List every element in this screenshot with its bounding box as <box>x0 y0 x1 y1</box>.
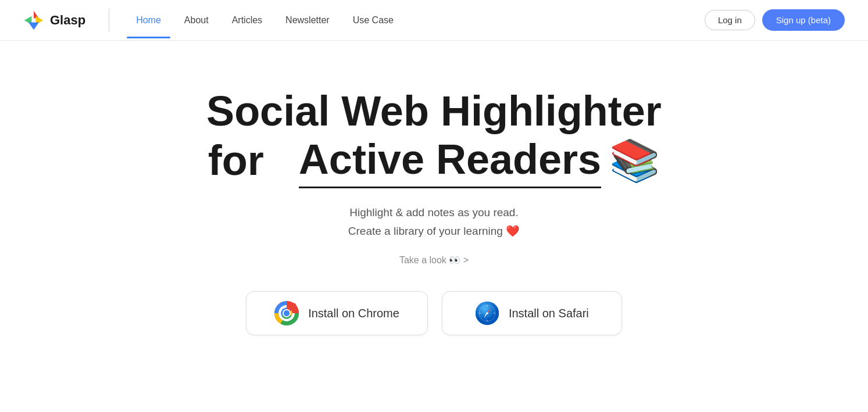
svg-marker-4 <box>31 18 35 22</box>
nav-link-use-case[interactable]: Use Case <box>344 10 403 30</box>
signup-button[interactable]: Sign up (beta) <box>762 9 845 31</box>
svg-point-12 <box>284 310 290 317</box>
navbar: Glasp Home About Articles Newsletter Use… <box>0 0 868 41</box>
hero-title: Social Web Highlighter for Active Reader… <box>206 87 662 186</box>
svg-marker-3 <box>28 22 39 30</box>
svg-point-24 <box>486 312 488 314</box>
nav-actions: Log in Sign up (beta) <box>705 9 845 31</box>
hero-title-for: for <box>208 137 299 185</box>
nav-link-home[interactable]: Home <box>127 10 170 30</box>
chrome-icon <box>274 301 299 325</box>
nav-divider <box>109 9 109 32</box>
hero-title-underlined: Active Readers <box>299 135 601 186</box>
nav-link-about[interactable]: About <box>175 10 218 30</box>
brand-name: Glasp <box>50 13 85 28</box>
nav-links: Home About Articles Newsletter Use Case <box>127 10 705 30</box>
hero-subtitle-line1: Highlight & add notes as you read. <box>348 203 520 222</box>
nav-link-newsletter[interactable]: Newsletter <box>276 10 339 30</box>
nav-link-articles[interactable]: Articles <box>223 10 272 30</box>
hero-subtitle-line2: Create a library of your learning ❤️ <box>348 222 520 241</box>
hero-title-line2: for Active Readers 📚 <box>206 135 662 186</box>
hero-section: Social Web Highlighter for Active Reader… <box>0 41 868 370</box>
install-buttons-container: Install on Chrome <box>246 291 622 335</box>
install-chrome-button[interactable]: Install on Chrome <box>246 291 428 335</box>
install-chrome-label: Install on Chrome <box>308 307 399 320</box>
hero-title-line1: Social Web Highlighter <box>206 87 662 135</box>
take-a-look-link[interactable]: Take a look 👀 > <box>399 255 469 266</box>
logo-link[interactable]: Glasp <box>23 10 85 31</box>
glasp-logo-icon <box>23 10 44 31</box>
books-emoji: 📚 <box>609 140 660 181</box>
install-safari-button[interactable]: Install on Safari <box>442 291 622 335</box>
safari-icon <box>475 301 499 325</box>
install-safari-label: Install on Safari <box>509 307 589 320</box>
login-button[interactable]: Log in <box>705 10 755 30</box>
hero-subtitle: Highlight & add notes as you read. Creat… <box>348 203 520 241</box>
